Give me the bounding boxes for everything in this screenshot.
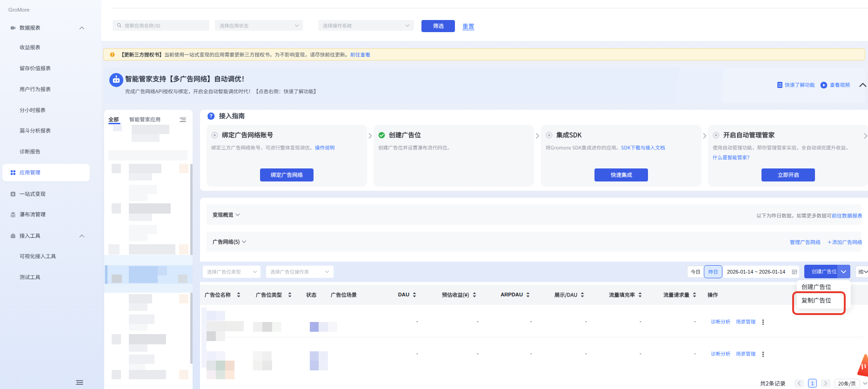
svg-text:?: ? xyxy=(209,113,212,119)
